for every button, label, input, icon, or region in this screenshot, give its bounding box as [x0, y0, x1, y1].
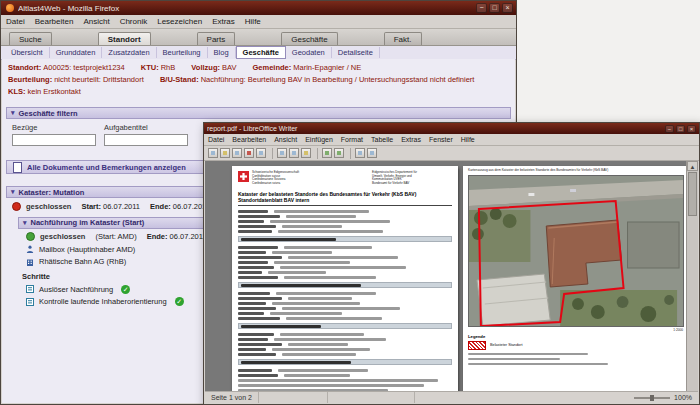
document-title: Kataster der belasteten Standorte des Bu…	[238, 191, 452, 203]
menu-datei[interactable]: Datei	[204, 136, 228, 143]
subtab-blog[interactable]: Blog	[208, 47, 236, 58]
firefox-menubar: Datei Bearbeiten Ansicht Chronik Lesezei…	[1, 15, 516, 29]
menu-bearbeiten[interactable]: Bearbeiten	[228, 136, 270, 143]
cut-icon[interactable]	[277, 148, 287, 158]
legend-row: Belasteter Standort	[463, 339, 689, 350]
document-body	[232, 209, 458, 392]
doc-text-row	[238, 352, 452, 357]
print-icon[interactable]	[256, 148, 266, 158]
save-icon[interactable]	[232, 148, 242, 158]
map-footer-text	[463, 350, 689, 365]
menu-einfuegen[interactable]: Einfügen	[301, 136, 337, 143]
firefox-icon	[6, 4, 14, 12]
export-pdf-icon[interactable]	[244, 148, 254, 158]
paste-icon[interactable]	[301, 148, 311, 158]
new-document-icon[interactable]	[208, 148, 218, 158]
subtab-geschaefte[interactable]: Geschäfte	[236, 46, 286, 59]
desktop: Altlast4Web - Mozilla Firefox − □ × Date…	[0, 0, 700, 405]
menu-hilfe[interactable]: Hilfe	[240, 17, 266, 26]
person-icon	[26, 245, 34, 253]
menu-bearbeiten[interactable]: Bearbeiten	[30, 17, 79, 26]
bezuege-label: Bezüge	[12, 123, 104, 132]
menu-fenster[interactable]: Fenster	[425, 136, 457, 143]
done-check-icon: ✓	[121, 285, 130, 294]
divider	[238, 205, 452, 206]
zoom-slider[interactable]	[634, 397, 670, 399]
menu-extras[interactable]: Extras	[207, 17, 240, 26]
map-page-header: Kartenauszug aus dem Kataster der belast…	[463, 166, 689, 175]
pdf-titlebar[interactable]: report.pdf - LibreOffice Writer − □ ×	[204, 123, 699, 134]
tab-parts[interactable]: Parts	[197, 32, 236, 45]
firefox-window-title: Altlast4Web - Mozilla Firefox	[18, 4, 474, 13]
pdf-window-title: report.pdf - LibreOffice Writer	[207, 125, 663, 132]
page-header: Schweizerische Eidgenossenschaft Confédé…	[232, 166, 458, 186]
filter-section-header[interactable]: ▾ Geschäfte filtern	[6, 107, 511, 119]
status-segment	[328, 392, 415, 403]
belasteter-standort-swatch-icon	[468, 341, 486, 350]
aufgabentitel-label: Aufgabentitel	[104, 123, 196, 132]
aufgabentitel-input[interactable]	[104, 134, 188, 146]
doc-text-row	[238, 229, 452, 234]
tab-geschaefte[interactable]: Geschäfte	[281, 32, 337, 45]
pdf-page-kartenauszug: Kartenauszug aus dem Kataster der belast…	[463, 166, 689, 392]
minimize-button[interactable]: −	[476, 3, 487, 13]
department-text: Eidgenössisches Departement für Umwelt, …	[372, 171, 452, 186]
zoom-icon[interactable]	[355, 148, 365, 158]
document-icon	[13, 162, 22, 173]
menu-tabelle[interactable]: Tabelle	[367, 136, 397, 143]
collapse-arrow-icon: ▾	[11, 188, 15, 196]
scrollbar-thumb[interactable]	[688, 172, 697, 216]
main-tabbar: Suche Standort Parts Geschäfte Fakt.	[1, 29, 516, 46]
zoom-level: 100%	[674, 394, 692, 401]
collapse-arrow-icon: ▾	[11, 109, 15, 117]
open-icon[interactable]	[220, 148, 230, 158]
firefox-titlebar[interactable]: Altlast4Web - Mozilla Firefox − □ ×	[1, 1, 516, 15]
close-button[interactable]: ×	[502, 3, 513, 13]
undo-icon[interactable]	[322, 148, 332, 158]
find-icon[interactable]	[367, 148, 377, 158]
menu-extras[interactable]: Extras	[397, 136, 425, 143]
maximize-button[interactable]: □	[676, 125, 685, 133]
toolbar-separator	[350, 148, 351, 159]
menu-datei[interactable]: Datei	[1, 17, 30, 26]
zoom-control[interactable]: 100%	[624, 392, 698, 403]
bezuege-input[interactable]	[12, 134, 96, 146]
subtab-grunddaten[interactable]: Grunddaten	[50, 47, 103, 58]
menu-chronik[interactable]: Chronik	[115, 17, 153, 26]
tab-suche[interactable]: Suche	[9, 32, 52, 45]
doc-section-bar	[238, 282, 452, 288]
redo-icon[interactable]	[334, 148, 344, 158]
doc-text-row	[238, 275, 452, 280]
pdf-viewer-window: report.pdf - LibreOffice Writer − □ × Da…	[203, 122, 700, 405]
vertical-scrollbar[interactable]: ▲	[686, 161, 698, 392]
subtab-geodaten[interactable]: Geodaten	[286, 47, 332, 58]
minimize-button[interactable]: −	[665, 125, 674, 133]
pdf-page-datenblatt: Schweizerische Eidgenossenschaft Confédé…	[232, 166, 458, 392]
info-line-3: KLS:kein Erstkontakt	[8, 87, 509, 96]
menu-lesezeichen[interactable]: Lesezeichen	[152, 17, 207, 26]
close-button[interactable]: ×	[687, 125, 696, 133]
pdf-statusbar: Seite 1 von 2 100%	[205, 391, 698, 403]
pdf-menubar: Datei Bearbeiten Ansicht Einfügen Format…	[204, 134, 699, 146]
menu-hilfe[interactable]: Hilfe	[457, 136, 479, 143]
menu-ansicht[interactable]: Ansicht	[78, 17, 114, 26]
subtab-detailseite[interactable]: Detailseite	[332, 47, 380, 58]
legend-item-label: Belasteter Standort	[490, 343, 523, 347]
status-segment	[259, 392, 328, 403]
menu-format[interactable]: Format	[337, 136, 367, 143]
tab-fakt[interactable]: Fakt.	[384, 32, 422, 45]
scroll-up-icon[interactable]: ▲	[687, 161, 698, 171]
collapse-arrow-icon: ▾	[23, 219, 27, 227]
open-status-icon	[26, 232, 35, 241]
copy-icon[interactable]	[289, 148, 299, 158]
subtab-beurteilung[interactable]: Beurteilung	[157, 47, 208, 58]
doc-section-bar	[238, 236, 452, 242]
maximize-button[interactable]: □	[489, 3, 500, 13]
document-area: Schweizerische Eidgenossenschaft Confédé…	[205, 161, 698, 392]
tab-standort[interactable]: Standort	[98, 32, 151, 45]
standort-info-header: Standort:A00025: testprojekt1234 KTU:RhB…	[2, 59, 515, 101]
info-line-1: Standort:A00025: testprojekt1234 KTU:RhB…	[8, 63, 509, 72]
subtab-zusatzdaten[interactable]: Zusatzdaten	[102, 47, 156, 58]
menu-ansicht[interactable]: Ansicht	[270, 136, 301, 143]
subtab-uebersicht[interactable]: Übersicht	[5, 47, 50, 58]
